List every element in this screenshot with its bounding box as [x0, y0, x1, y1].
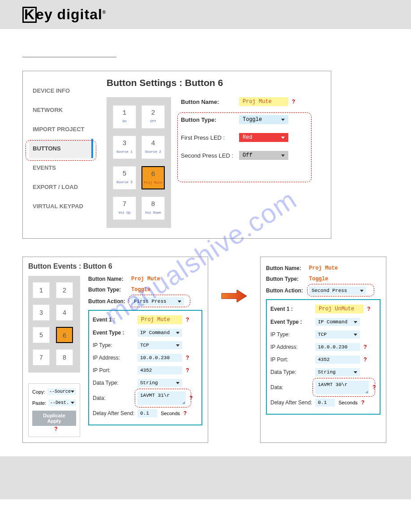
right-column-first: Button Name:Proj Mute Button Type:Toggle…: [88, 276, 202, 437]
data-textarea[interactable]: 1AVMT 30\r: [315, 381, 369, 394]
bname-label: Button Name:: [266, 265, 309, 271]
keypad: 1On 2Off 3Source 1 4Source 2 5Source 3 6…: [107, 97, 171, 228]
mini-key-3[interactable]: 3: [33, 305, 50, 321]
keypad-button-4[interactable]: 4Source 2: [141, 136, 165, 159]
mini-key-8[interactable]: 8: [56, 349, 73, 365]
logo: Key digital®: [22, 6, 106, 23]
paste-label: Paste:: [32, 400, 46, 406]
dtype-label: Data Type:: [93, 380, 137, 386]
sidebar-item-device-info[interactable]: DEVICE INFO: [29, 81, 93, 100]
btype-value: Toggle: [131, 287, 150, 293]
bname-value: Proj Mute: [131, 276, 160, 282]
keypad-button-5[interactable]: 5Source 3: [113, 166, 136, 189]
ip-port-input[interactable]: 4352: [315, 356, 360, 364]
event-type-select[interactable]: IP Command: [137, 329, 182, 337]
mini-key-4[interactable]: 4: [56, 305, 73, 321]
first-press-led-label: First Press LED :: [181, 134, 239, 141]
svg-marker-0: [222, 290, 247, 302]
btype-label: Button Type:: [88, 287, 131, 293]
btype-value: Toggle: [309, 276, 328, 282]
sidebar: DEVICE INFO NETWORK IMPORT PROJECT BUTTO…: [23, 71, 97, 238]
mini-key-7[interactable]: 7: [33, 349, 50, 365]
iptype-label: IP Type:: [270, 331, 315, 338]
ip-address-input[interactable]: 10.0.0.230: [137, 354, 182, 362]
keypad-button-1[interactable]: 1On: [113, 105, 136, 129]
ip-address-input[interactable]: 10.0.0.230: [315, 343, 360, 351]
help-icon[interactable]: ?: [189, 395, 193, 401]
help-icon[interactable]: ?: [184, 410, 187, 416]
keypad-button-2[interactable]: 2Off: [141, 105, 165, 129]
ip-type-select[interactable]: TCP: [137, 341, 182, 349]
settings-column: Button Name: Proj Mute ? Button Type: To…: [181, 97, 311, 228]
mini-keypad: 1 2 3 4 5 6 7 8: [28, 276, 80, 373]
help-icon[interactable]: ?: [364, 344, 367, 350]
panel2a-title: Button Events : Button 6: [28, 262, 202, 270]
event-box-first: Event 1 :Proj Mute? Event Type :IP Comma…: [88, 310, 202, 425]
event1-name-input[interactable]: Proj UnMute: [315, 305, 364, 313]
btype-label: Button Type:: [266, 276, 309, 282]
keypad-button-6[interactable]: 6Proj Mute: [141, 166, 165, 189]
ip-port-input[interactable]: 4352: [137, 366, 182, 374]
divider-line: [22, 57, 116, 57]
event1-name-input[interactable]: Proj Mute: [137, 315, 182, 324]
mini-key-6[interactable]: 6: [56, 327, 73, 343]
help-icon[interactable]: ?: [186, 355, 189, 361]
data-type-select[interactable]: String: [315, 368, 360, 376]
e1-label: Event 1 :: [270, 306, 315, 312]
chevron-down-icon: [176, 332, 180, 334]
mini-key-5[interactable]: 5: [33, 327, 50, 343]
panel-button-events-first: Button Events : Button 6 1 2 3 4 5 6 7 8: [22, 257, 208, 443]
help-icon[interactable]: ?: [186, 317, 189, 323]
delay-input[interactable]: 0.1: [315, 399, 335, 407]
sidebar-item-buttons[interactable]: BUTTONS: [29, 139, 93, 158]
paste-select[interactable]: --Dest.: [48, 399, 76, 406]
chevron-down-icon: [71, 402, 74, 404]
etype-label: Event Type :: [270, 319, 315, 325]
chevron-down-icon: [281, 154, 285, 157]
bname-label: Button Name:: [88, 276, 131, 282]
event-type-select[interactable]: IP Command: [315, 318, 360, 326]
data-type-select[interactable]: String: [137, 379, 182, 387]
mini-key-1[interactable]: 1: [33, 282, 50, 298]
chevron-down-icon: [354, 321, 357, 323]
delay-label: Delay After Send:: [270, 399, 315, 406]
sidebar-item-import-project[interactable]: IMPORT PROJECT: [29, 120, 93, 139]
mini-key-2[interactable]: 2: [56, 282, 73, 298]
ipport-label: IP Port:: [270, 356, 315, 363]
duplicate-apply-button[interactable]: Duplicate Apply: [32, 411, 76, 426]
help-icon[interactable]: ?: [367, 306, 370, 312]
panel-button-events-second: Button Name:Proj Mute Button Type:Toggle…: [260, 257, 386, 443]
button-type-label: Button Type:: [181, 116, 239, 123]
help-icon[interactable]: ?: [186, 367, 189, 373]
help-icon[interactable]: ?: [361, 399, 364, 406]
chevron-down-icon: [354, 334, 357, 336]
header-bar: Key digital®: [0, 0, 411, 29]
chevron-down-icon: [360, 290, 364, 292]
copy-label: Copy:: [32, 389, 45, 395]
data-textarea[interactable]: 1AVMT 31\r: [137, 391, 186, 405]
chevron-down-icon: [281, 119, 285, 121]
ip-type-select[interactable]: TCP: [315, 330, 360, 339]
second-press-led-select[interactable]: Off: [239, 151, 288, 160]
sidebar-item-events[interactable]: EVENTS: [29, 158, 93, 177]
chevron-down-icon: [281, 137, 285, 139]
keypad-button-8[interactable]: 8Vol Down: [141, 197, 165, 220]
sidebar-item-network[interactable]: NETWORK: [29, 100, 93, 120]
sidebar-item-virtual-keypad[interactable]: VIRTUAL KEYPAD: [29, 197, 93, 216]
copy-select[interactable]: --Source: [47, 388, 76, 395]
keypad-button-7[interactable]: 7Vol Up: [113, 197, 136, 220]
help-icon[interactable]: ?: [54, 426, 57, 432]
button-name-label: Button Name:: [181, 99, 239, 105]
button-action-select[interactable]: Second Press: [309, 287, 366, 295]
delay-input[interactable]: 0.1: [137, 409, 157, 417]
help-icon[interactable]: ?: [364, 356, 367, 363]
help-icon[interactable]: ?: [372, 384, 376, 390]
delay-unit: Seconds: [161, 411, 180, 416]
button-type-select[interactable]: Toggle: [239, 115, 288, 124]
first-press-led-select[interactable]: Red: [239, 133, 288, 142]
keypad-button-3[interactable]: 3Source 1: [113, 136, 136, 159]
button-name-input[interactable]: Proj Mute: [239, 97, 288, 106]
help-icon[interactable]: ?: [292, 99, 295, 105]
button-action-select[interactable]: First Press: [131, 297, 184, 305]
sidebar-item-export-load[interactable]: EXPORT / LOAD: [29, 177, 93, 197]
